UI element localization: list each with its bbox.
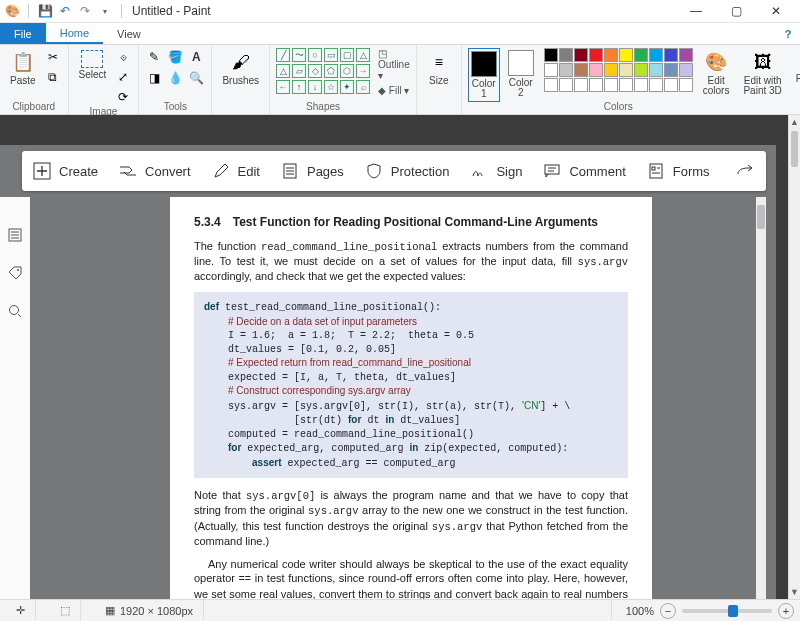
pdf-create-button[interactable]: Create [32,161,98,181]
scrollbar-thumb[interactable] [791,131,798,167]
zoom-out-button[interactable]: − [660,603,676,619]
pdf-scrollbar[interactable] [756,197,766,599]
paint-vertical-scrollbar[interactable]: ▲ ▼ [788,115,800,599]
color-swatch[interactable] [664,63,678,77]
color-swatch[interactable] [544,48,558,62]
tab-home[interactable]: Home [46,23,103,44]
color-swatch[interactable] [619,63,633,77]
pdf-forms-label: Forms [673,164,710,179]
close-button[interactable]: ✕ [756,0,796,23]
group-label: Tools [145,101,205,112]
crosshair-icon: ✛ [16,604,25,617]
shapes-gallery[interactable]: ╱〜○▭▢△ △▱◇⬠⬡→ ←↑↓☆✦⌕ [276,48,370,94]
rotate-icon[interactable]: ⟳ [114,88,132,106]
color-swatch[interactable] [634,48,648,62]
color-swatch[interactable] [649,63,663,77]
maximize-button[interactable]: ▢ [716,0,756,23]
text-icon[interactable]: A [187,48,205,66]
edit-colors-button[interactable]: 🎨 Edit colors [699,48,734,98]
color-swatch[interactable] [664,78,678,92]
color-swatch[interactable] [544,63,558,77]
undo-icon[interactable]: ↶ [57,3,73,19]
color-swatch[interactable] [544,78,558,92]
save-icon[interactable]: 💾 [37,3,53,19]
color-swatch[interactable] [634,63,648,77]
crop-icon[interactable]: ⟐ [114,48,132,66]
help-icon[interactable]: ? [776,23,800,44]
paste-button[interactable]: 📋 Paste [6,48,40,88]
cut-icon[interactable]: ✂ [44,48,62,66]
zoom-slider[interactable] [682,609,772,613]
color-swatch[interactable] [604,63,618,77]
pdf-comment-button[interactable]: Comment [542,161,625,181]
color-swatch[interactable] [574,48,588,62]
resize-icon[interactable]: ⤢ [114,68,132,86]
color-palette[interactable] [544,48,693,92]
code-block: def test_read_command_line_positional():… [194,292,628,478]
paint3d-button[interactable]: 🖼 Edit with Paint 3D [739,48,785,98]
color-swatch[interactable] [619,48,633,62]
pdf-convert-label: Convert [145,164,191,179]
color-swatch[interactable] [574,78,588,92]
color2-button[interactable]: Color 2 [504,48,538,102]
color-swatch[interactable] [649,78,663,92]
svg-point-6 [17,269,19,271]
scrollbar-thumb[interactable] [757,205,765,229]
color-swatch[interactable] [559,78,573,92]
color-swatch[interactable] [559,63,573,77]
paint3d-icon: 🖼 [751,50,775,74]
thumbnails-icon[interactable] [5,225,25,245]
color-swatch[interactable] [589,63,603,77]
color-swatch[interactable] [679,63,693,77]
color-swatch[interactable] [679,48,693,62]
shape-fill-button[interactable]: ◆ Fill ▾ [378,85,410,96]
pdf-sign-button[interactable]: Sign [469,161,522,181]
eraser-icon[interactable]: ◨ [145,69,163,87]
color-swatch[interactable] [589,48,603,62]
tab-view[interactable]: View [103,23,155,44]
color-swatch[interactable] [574,63,588,77]
tab-file[interactable]: File [0,23,46,44]
pdf-redo-button[interactable] [736,161,756,181]
magnifier-icon[interactable]: 🔍 [187,69,205,87]
zoom-in-button[interactable]: + [778,603,794,619]
section-title: Test Function for Reading Positional Com… [233,215,598,229]
scroll-down-icon[interactable]: ▼ [789,585,800,599]
pdf-pages-button[interactable]: Pages [280,161,344,181]
pencil-icon[interactable]: ✎ [145,48,163,66]
color-swatch[interactable] [559,48,573,62]
brushes-button[interactable]: 🖌 Brushes [218,48,263,88]
brushes-label: Brushes [222,76,259,86]
copy-icon[interactable]: ⧉ [44,68,62,86]
pdf-edit-button[interactable]: Edit [211,161,260,181]
color-swatch[interactable] [649,48,663,62]
shape-outline-button[interactable]: ◳ Outline ▾ [378,48,410,81]
edit-colors-label: Edit colors [703,76,730,96]
redo-icon[interactable]: ↷ [77,3,93,19]
color1-button[interactable]: Color 1 [468,48,500,102]
color-swatch[interactable] [679,78,693,92]
pdf-page-viewport[interactable]: 5.3.4 Test Function for Reading Position… [30,197,766,599]
picker-icon[interactable]: 💧 [166,69,184,87]
pdf-forms-button[interactable]: Forms [646,161,710,181]
color-swatch[interactable] [664,48,678,62]
convert-icon [118,161,138,181]
size-button[interactable]: ≡ Size [423,48,455,88]
color-swatch[interactable] [604,48,618,62]
color-swatch[interactable] [634,78,648,92]
minimize-button[interactable]: — [676,0,716,23]
color-swatch[interactable] [589,78,603,92]
pdf-convert-button[interactable]: Convert [118,161,191,181]
pdf-create-label: Create [59,164,98,179]
color-swatch[interactable] [619,78,633,92]
scroll-up-icon[interactable]: ▲ [789,115,800,129]
fill-icon[interactable]: 🪣 [166,48,184,66]
zoom-slider-knob[interactable] [728,605,738,617]
qat-dropdown-icon[interactable]: ▾ [97,3,113,19]
select-button[interactable]: Select [75,48,111,82]
color-swatch[interactable] [604,78,618,92]
tag-icon[interactable] [5,263,25,283]
search-icon[interactable] [5,301,25,321]
pdf-protection-button[interactable]: Protection [364,161,450,181]
product-alert-button[interactable]: i Product alert [792,48,800,96]
